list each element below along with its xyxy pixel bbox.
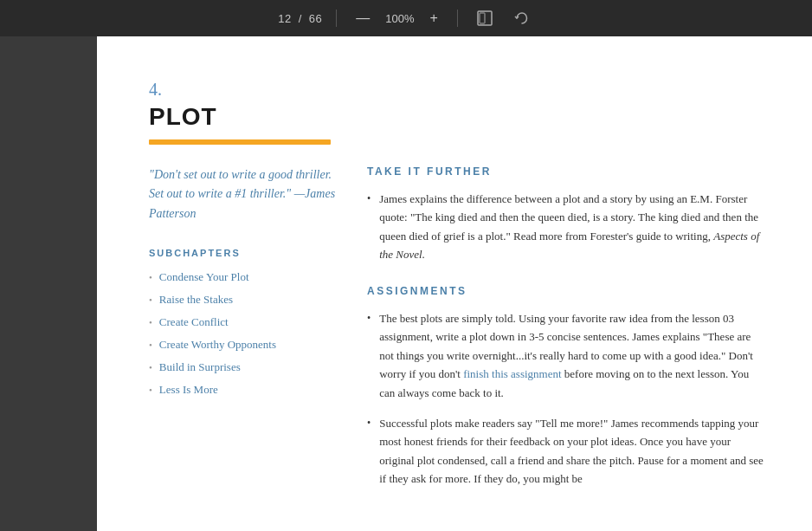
zoom-in-button[interactable]: + bbox=[424, 7, 442, 29]
toolbar-divider-2 bbox=[457, 10, 458, 27]
document-page: 4. PLOT "Don't set out to write a good t… bbox=[97, 36, 812, 531]
subchapter-link-less[interactable]: Less Is More bbox=[159, 383, 218, 397]
subchapter-link-raise[interactable]: Raise the Stakes bbox=[159, 293, 233, 307]
expand-icon bbox=[477, 10, 493, 26]
list-item: • The best plots are simply told. Using … bbox=[367, 309, 764, 402]
subchapters-heading: SUBCHAPTERS bbox=[149, 248, 339, 258]
list-item: • Build in Surprises bbox=[149, 360, 339, 374]
subchapter-link-surprises[interactable]: Build in Surprises bbox=[159, 360, 241, 374]
plus-icon: + bbox=[429, 10, 437, 26]
left-column: "Don't set out to write a good thriller.… bbox=[149, 165, 339, 509]
list-item: • Raise the Stakes bbox=[149, 293, 339, 307]
toolbar: 12 / 66 — 100% + bbox=[0, 0, 812, 36]
left-sidebar bbox=[0, 36, 97, 531]
page-total: 66 bbox=[309, 12, 322, 25]
assignment-text-2: Successful plots make readers say "Tell … bbox=[379, 414, 764, 489]
assignments-list: • The best plots are simply told. Using … bbox=[367, 309, 764, 489]
bullet-icon: • bbox=[149, 272, 152, 282]
page-current: 12 bbox=[278, 12, 291, 25]
quote-block: "Don't set out to write a good thriller.… bbox=[149, 165, 339, 223]
toolbar-divider-1 bbox=[336, 10, 337, 27]
bullet-icon: • bbox=[149, 317, 152, 327]
right-column: TAKE IT FURTHER • James explains the dif… bbox=[367, 165, 764, 509]
subchapter-link-conflict[interactable]: Create Conflict bbox=[159, 315, 229, 329]
bullet-icon: • bbox=[149, 340, 152, 350]
undo-icon bbox=[513, 10, 529, 26]
svg-rect-1 bbox=[480, 13, 485, 23]
bullet-icon: • bbox=[367, 192, 371, 205]
list-item: • Create Worthy Opponents bbox=[149, 338, 339, 352]
bullet-icon: • bbox=[367, 417, 371, 430]
list-item: • Condense Your Plot bbox=[149, 270, 339, 284]
take-it-further-heading: TAKE IT FURTHER bbox=[367, 165, 764, 178]
subchapter-link-condense[interactable]: Condense Your Plot bbox=[159, 270, 249, 284]
assignments-heading: ASSIGNMENTS bbox=[367, 285, 764, 297]
list-item: • Create Conflict bbox=[149, 315, 339, 329]
zoom-level: 100% bbox=[385, 12, 414, 25]
list-item: • James explains the difference between … bbox=[367, 190, 764, 264]
take-it-further-list: • James explains the difference between … bbox=[367, 190, 764, 264]
zoom-out-button[interactable]: — bbox=[351, 7, 375, 29]
list-item: • Successful plots make readers say "Tel… bbox=[367, 414, 764, 489]
list-item: • Less Is More bbox=[149, 383, 339, 397]
bullet-icon: • bbox=[149, 385, 152, 395]
content-area: 4. PLOT "Don't set out to write a good t… bbox=[0, 36, 812, 531]
page-navigation: 12 / 66 bbox=[278, 12, 322, 25]
subchapter-link-opponents[interactable]: Create Worthy Opponents bbox=[159, 338, 276, 352]
assignment-text-1: The best plots are simply told. Using yo… bbox=[379, 309, 764, 402]
subchapter-list: • Condense Your Plot • Raise the Stakes … bbox=[149, 270, 339, 397]
chapter-title: PLOT bbox=[149, 103, 764, 131]
chapter-number: 4. bbox=[149, 80, 764, 100]
bullet-icon: • bbox=[367, 312, 371, 325]
bullet-icon: • bbox=[149, 295, 152, 305]
gold-bar bbox=[149, 139, 331, 145]
bullet-icon: • bbox=[149, 362, 152, 372]
two-column-layout: "Don't set out to write a good thriller.… bbox=[149, 165, 764, 509]
undo-button[interactable] bbox=[508, 7, 534, 29]
expand-button[interactable] bbox=[472, 7, 498, 29]
page-separator: / bbox=[299, 12, 302, 25]
take-it-further-text-1: James explains the difference between a … bbox=[379, 190, 764, 264]
minus-icon: — bbox=[356, 10, 370, 26]
